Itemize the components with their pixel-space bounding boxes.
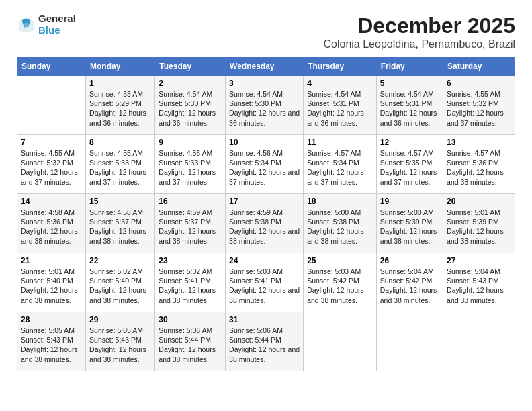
calendar-cell: 12 Sunrise: 4:57 AM Sunset: 5:35 PM Dayl… (376, 135, 443, 194)
day-info: Sunrise: 4:57 AM Sunset: 5:34 PM Dayligh… (307, 148, 373, 187)
day-info: Sunrise: 4:56 AM Sunset: 5:34 PM Dayligh… (229, 148, 300, 187)
day-number: 17 (229, 197, 300, 206)
calendar-cell: 20 Sunrise: 5:01 AM Sunset: 5:39 PM Dayl… (443, 194, 515, 253)
day-info: Sunrise: 5:02 AM Sunset: 5:41 PM Dayligh… (159, 267, 222, 305)
weekday-header-wednesday: Wednesday (226, 58, 304, 76)
logo-line2: Blue (38, 25, 76, 36)
day-number: 5 (380, 79, 439, 88)
calendar-cell: 23 Sunrise: 5:02 AM Sunset: 5:41 PM Dayl… (155, 253, 226, 312)
calendar-cell: 14 Sunrise: 4:58 AM Sunset: 5:36 PM Dayl… (17, 194, 86, 253)
day-number: 13 (447, 138, 511, 147)
day-info: Sunrise: 5:00 AM Sunset: 5:39 PM Dayligh… (380, 208, 439, 246)
calendar-cell: 4 Sunrise: 4:54 AM Sunset: 5:31 PM Dayli… (304, 76, 377, 135)
calendar-cell: 19 Sunrise: 5:00 AM Sunset: 5:39 PM Dayl… (376, 194, 443, 253)
calendar-cell: 16 Sunrise: 4:59 AM Sunset: 5:37 PM Dayl… (155, 194, 226, 253)
calendar-week-row: 1 Sunrise: 4:53 AM Sunset: 5:29 PM Dayli… (17, 76, 515, 135)
day-number: 23 (159, 256, 222, 265)
day-number: 19 (380, 197, 439, 206)
calendar-cell: 18 Sunrise: 5:00 AM Sunset: 5:38 PM Dayl… (304, 194, 377, 253)
calendar-cell: 7 Sunrise: 4:55 AM Sunset: 5:32 PM Dayli… (17, 135, 86, 194)
day-number: 3 (229, 79, 300, 88)
day-info: Sunrise: 4:53 AM Sunset: 5:29 PM Dayligh… (89, 89, 151, 128)
day-number: 27 (447, 256, 511, 265)
calendar-cell: 21 Sunrise: 5:01 AM Sunset: 5:40 PM Dayl… (17, 253, 86, 312)
weekday-header-row: SundayMondayTuesdayWednesdayThursdayFrid… (17, 58, 515, 76)
day-info: Sunrise: 4:54 AM Sunset: 5:30 PM Dayligh… (229, 89, 300, 128)
day-info: Sunrise: 5:01 AM Sunset: 5:40 PM Dayligh… (21, 267, 82, 305)
day-number: 9 (159, 138, 222, 147)
day-number: 10 (229, 138, 300, 147)
calendar-cell: 9 Sunrise: 4:56 AM Sunset: 5:33 PM Dayli… (155, 135, 226, 194)
calendar-cell: 10 Sunrise: 4:56 AM Sunset: 5:34 PM Dayl… (226, 135, 304, 194)
day-number: 31 (229, 315, 300, 324)
day-info: Sunrise: 4:56 AM Sunset: 5:33 PM Dayligh… (159, 148, 222, 187)
day-info: Sunrise: 5:05 AM Sunset: 5:43 PM Dayligh… (21, 326, 82, 364)
day-number: 29 (89, 315, 151, 324)
day-info: Sunrise: 4:55 AM Sunset: 5:32 PM Dayligh… (447, 89, 511, 128)
calendar-cell (304, 312, 377, 371)
weekday-header-thursday: Thursday (304, 58, 377, 76)
day-number: 4 (307, 79, 373, 88)
location-title: Colonia Leopoldina, Pernambuco, Brazil (323, 38, 515, 50)
calendar-week-row: 28 Sunrise: 5:05 AM Sunset: 5:43 PM Dayl… (17, 312, 515, 371)
day-number: 1 (89, 79, 151, 88)
day-info: Sunrise: 5:06 AM Sunset: 5:44 PM Dayligh… (229, 326, 300, 364)
calendar-cell: 31 Sunrise: 5:06 AM Sunset: 5:44 PM Dayl… (226, 312, 304, 371)
title-area: December 2025 Colonia Leopoldina, Pernam… (323, 13, 515, 50)
calendar-cell: 8 Sunrise: 4:55 AM Sunset: 5:33 PM Dayli… (86, 135, 155, 194)
calendar-cell (376, 312, 443, 371)
page-header: General Blue December 2025 Colonia Leopo… (17, 13, 515, 50)
day-info: Sunrise: 4:57 AM Sunset: 5:35 PM Dayligh… (380, 148, 439, 187)
logo-line1: General (38, 13, 76, 25)
calendar-cell: 27 Sunrise: 5:04 AM Sunset: 5:43 PM Dayl… (443, 253, 515, 312)
day-number: 8 (89, 138, 151, 147)
day-info: Sunrise: 4:59 AM Sunset: 5:38 PM Dayligh… (229, 208, 300, 246)
day-number: 28 (21, 315, 82, 324)
day-info: Sunrise: 5:03 AM Sunset: 5:41 PM Dayligh… (229, 267, 300, 305)
day-info: Sunrise: 5:04 AM Sunset: 5:42 PM Dayligh… (380, 267, 439, 305)
calendar-cell: 30 Sunrise: 5:06 AM Sunset: 5:44 PM Dayl… (155, 312, 226, 371)
day-number: 2 (159, 79, 222, 88)
calendar-cell: 26 Sunrise: 5:04 AM Sunset: 5:42 PM Dayl… (376, 253, 443, 312)
calendar-cell (443, 312, 515, 371)
day-info: Sunrise: 4:57 AM Sunset: 5:36 PM Dayligh… (447, 148, 511, 187)
day-info: Sunrise: 5:01 AM Sunset: 5:39 PM Dayligh… (447, 208, 511, 246)
calendar-cell: 3 Sunrise: 4:54 AM Sunset: 5:30 PM Dayli… (226, 76, 304, 135)
day-number: 18 (307, 197, 373, 206)
day-number: 16 (159, 197, 222, 206)
logo: General Blue (17, 13, 76, 36)
logo-text: General Blue (38, 13, 76, 36)
day-number: 20 (447, 197, 511, 206)
day-info: Sunrise: 5:00 AM Sunset: 5:38 PM Dayligh… (307, 208, 373, 246)
day-info: Sunrise: 5:05 AM Sunset: 5:43 PM Dayligh… (89, 326, 151, 364)
day-number: 11 (307, 138, 373, 147)
weekday-header-saturday: Saturday (443, 58, 515, 76)
day-number: 22 (89, 256, 151, 265)
day-number: 7 (21, 138, 82, 147)
calendar-week-row: 7 Sunrise: 4:55 AM Sunset: 5:32 PM Dayli… (17, 135, 515, 194)
calendar-week-row: 21 Sunrise: 5:01 AM Sunset: 5:40 PM Dayl… (17, 253, 515, 312)
day-info: Sunrise: 5:06 AM Sunset: 5:44 PM Dayligh… (159, 326, 222, 364)
day-info: Sunrise: 4:58 AM Sunset: 5:36 PM Dayligh… (21, 208, 82, 246)
day-number: 26 (380, 256, 439, 265)
calendar-cell: 17 Sunrise: 4:59 AM Sunset: 5:38 PM Dayl… (226, 194, 304, 253)
weekday-header-monday: Monday (86, 58, 155, 76)
calendar-cell: 6 Sunrise: 4:55 AM Sunset: 5:32 PM Dayli… (443, 76, 515, 135)
day-number: 30 (159, 315, 222, 324)
day-info: Sunrise: 4:54 AM Sunset: 5:31 PM Dayligh… (307, 89, 373, 128)
weekday-header-sunday: Sunday (17, 58, 86, 76)
calendar-cell: 2 Sunrise: 4:54 AM Sunset: 5:30 PM Dayli… (155, 76, 226, 135)
calendar-week-row: 14 Sunrise: 4:58 AM Sunset: 5:36 PM Dayl… (17, 194, 515, 253)
calendar-table: SundayMondayTuesdayWednesdayThursdayFrid… (17, 57, 515, 371)
day-number: 21 (21, 256, 82, 265)
calendar-cell: 25 Sunrise: 5:03 AM Sunset: 5:42 PM Dayl… (304, 253, 377, 312)
logo-icon (17, 15, 36, 34)
calendar-cell: 1 Sunrise: 4:53 AM Sunset: 5:29 PM Dayli… (86, 76, 155, 135)
day-info: Sunrise: 4:58 AM Sunset: 5:37 PM Dayligh… (89, 208, 151, 246)
calendar-cell: 24 Sunrise: 5:03 AM Sunset: 5:41 PM Dayl… (226, 253, 304, 312)
day-number: 14 (21, 197, 82, 206)
day-number: 25 (307, 256, 373, 265)
day-info: Sunrise: 4:54 AM Sunset: 5:30 PM Dayligh… (159, 89, 222, 128)
day-info: Sunrise: 4:59 AM Sunset: 5:37 PM Dayligh… (159, 208, 222, 246)
calendar-cell: 29 Sunrise: 5:05 AM Sunset: 5:43 PM Dayl… (86, 312, 155, 371)
